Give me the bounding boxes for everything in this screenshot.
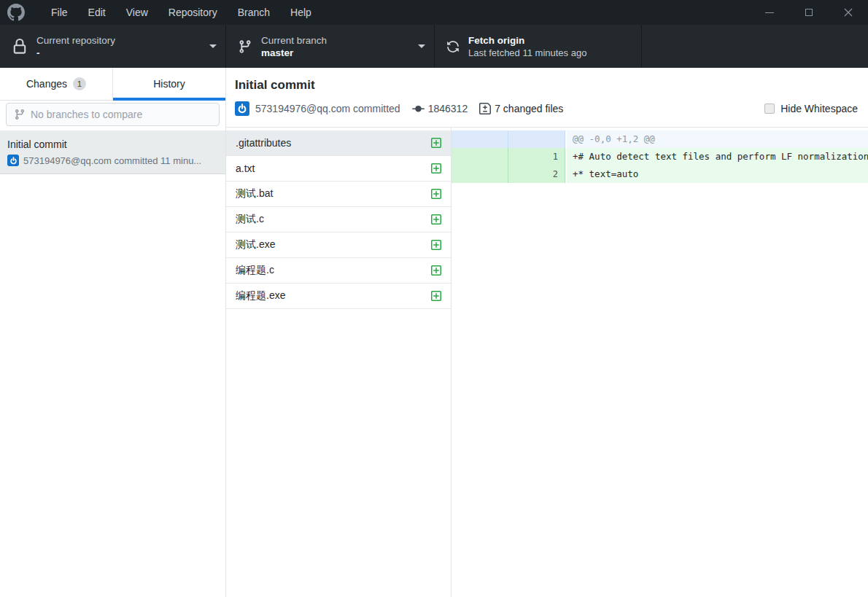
menu-item-edit[interactable]: Edit [78,0,116,25]
diff-gutter-old [452,148,508,165]
diff-added-icon [430,188,442,200]
git-branch-icon [238,39,252,54]
hide-whitespace-label: Hide Whitespace [780,103,858,114]
avatar [7,155,19,166]
close-button[interactable] [829,0,868,25]
diff-line-text: +# Auto detect text files and perform LF… [567,148,868,165]
diff-gutter-old [452,165,508,183]
maximize-icon [805,9,813,16]
file-name-label: 编程题.c [236,264,430,277]
tab-history[interactable]: History [112,68,225,100]
git-commit-icon [412,103,425,115]
diff-line-row: 1 +# Auto detect text files and perform … [452,148,868,165]
file-list: .gitattributes a.txt 测试.bat 测试.c 测试.exe … [226,128,452,597]
hide-whitespace-checkbox[interactable] [764,104,775,114]
menu-items: FileEditViewRepositoryBranchHelp [41,0,322,25]
diff-line-number: 1 [508,148,565,165]
minimize-button[interactable] [750,0,789,25]
diff-added-icon [430,214,442,225]
toolbar-spacer [642,25,868,68]
diff-panel: @@ -0,0 +1,2 @@ 1 +# Auto detect text fi… [452,128,868,597]
menu-bar: FileEditViewRepositoryBranchHelp [0,0,868,25]
diff-lines: 1 +# Auto detect text files and perform … [452,148,868,183]
hide-whitespace-toggle: Hide Whitespace [764,103,859,114]
changed-files-count: 7 changed files [495,103,563,114]
window-controls [750,0,868,25]
diff-gutter-old [452,130,508,148]
main-panel: Initial commit 573194976@qq.com committe… [226,68,868,597]
avatar [235,101,249,116]
file-row[interactable]: 测试.bat [226,182,451,207]
tab-history-label: History [153,78,185,90]
github-logo-icon [7,4,25,21]
chevron-down-icon [418,44,425,48]
diff-added-icon [430,265,442,276]
diff-added-icon [430,163,442,174]
chevron-down-icon [209,44,217,48]
commit-header: Initial commit 573194976@qq.com committe… [226,68,868,128]
diff-hunk-row: @@ -0,0 +1,2 @@ [452,130,868,148]
file-name-label: 测试.exe [236,238,430,251]
content: Changes 1 History No branches to compare… [0,68,868,597]
fetch-origin-button[interactable]: Fetch origin Last fetched 11 minutes ago [435,25,642,68]
diff-added-icon [430,290,442,302]
menu-item-help[interactable]: Help [280,0,322,25]
commit-item-meta: 573194976@qq.com committed 11 minu... [23,155,201,166]
fetch-origin-subtitle: Last fetched 11 minutes ago [468,47,586,59]
diff-added-icon [430,137,442,149]
close-icon [844,8,853,17]
file-row[interactable]: a.txt [226,156,451,182]
file-row[interactable]: 测试.exe [226,233,451,258]
file-name-label: a.txt [236,163,430,174]
git-branch-icon [14,109,26,120]
file-name-label: .gitattributes [236,137,430,149]
sidebar: Changes 1 History No branches to compare… [0,68,226,597]
menu-item-repository[interactable]: Repository [158,0,228,25]
lock-icon [12,39,28,55]
file-diff-icon [479,103,491,114]
tab-changes[interactable]: Changes 1 [0,68,112,100]
diff-line-number: 2 [508,165,565,183]
current-branch-caption: Current branch [261,34,327,47]
file-name-label: 测试.bat [236,187,430,200]
current-repository-button[interactable]: Current repository - [0,25,226,68]
maximize-button[interactable] [789,0,829,25]
minimize-icon [765,12,774,13]
diff-hunk-text: @@ -0,0 +1,2 @@ [567,130,868,148]
sync-icon [446,40,460,53]
github-desktop-window: FileEditViewRepositoryBranchHelp Current… [0,0,868,597]
tab-changes-label: Changes [26,78,67,90]
sidebar-tabs: Changes 1 History [0,68,225,101]
file-row[interactable]: 测试.c [226,207,451,233]
file-row[interactable]: 编程题.exe [226,284,451,309]
diff-added-icon [430,239,442,251]
file-row[interactable]: 编程题.c [226,258,451,284]
file-name-label: 测试.c [236,213,430,226]
current-branch-button[interactable]: Current branch master [226,25,435,68]
diff-gutter-new [508,130,565,148]
diff-line-row: 2 +* text=auto [452,165,868,183]
commit-meta-row: 573194976@qq.com committed 1846312 7 cha… [235,101,859,116]
diff-line-text: +* text=auto [567,165,868,183]
commit-title: Initial commit [235,77,859,93]
fetch-origin-title: Fetch origin [468,34,586,47]
compare-placeholder: No branches to compare [31,109,142,120]
menu-item-view[interactable]: View [116,0,158,25]
file-name-label: 编程题.exe [236,289,430,303]
menu-item-branch[interactable]: Branch [228,0,280,25]
commit-list-item[interactable]: Initial commit 573194976@qq.com committe… [0,130,225,174]
compare-branches-dropdown[interactable]: No branches to compare [6,103,220,126]
menu-item-file[interactable]: File [41,0,78,25]
commit-sha: 1846312 [428,103,468,114]
file-row[interactable]: .gitattributes [226,130,451,156]
commit-author: 573194976@qq.com committed [255,103,400,114]
changes-count-badge: 1 [73,77,86,90]
current-repository-caption: Current repository [36,34,115,47]
commit-history-list: Initial commit 573194976@qq.com committe… [0,130,225,597]
current-branch-value: master [261,47,327,59]
current-repository-value: - [36,47,115,59]
commit-item-title: Initial commit [7,137,218,152]
main-body: .gitattributes a.txt 测试.bat 测试.c 测试.exe … [226,128,868,597]
toolbar: Current repository - Current branch mast… [0,25,868,68]
